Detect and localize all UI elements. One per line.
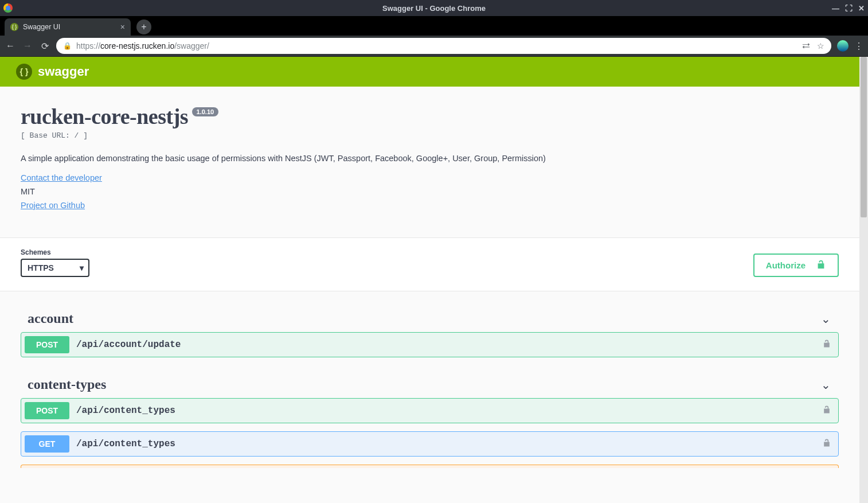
page-viewport: { } swagger rucken-core-nestjs 1.0.10 [ … <box>0 56 868 503</box>
schemes-row: Schemes HTTPS Authorize <box>0 237 859 291</box>
url-text: https://core-nestjs.rucken.io/swagger/ <box>76 41 209 50</box>
bookmark-icon[interactable]: ☆ <box>817 41 824 50</box>
nav-reload-icon[interactable]: ⟳ <box>39 41 50 52</box>
authorize-button[interactable]: Authorize <box>753 254 839 277</box>
swagger-favicon-icon: { } <box>10 23 18 31</box>
translate-icon[interactable]: ⮂ <box>802 41 810 50</box>
swagger-brand: swagger <box>38 64 89 79</box>
tag-name: content-types <box>28 377 106 392</box>
base-url-label: [ Base URL: / ] <box>21 131 839 140</box>
http-method-badge: GET <box>25 435 69 453</box>
api-description: A simple application demonstrating the b… <box>21 154 839 163</box>
operation-row-partial[interactable] <box>21 465 839 468</box>
window-minimize-icon[interactable]: — <box>832 4 839 13</box>
close-tab-icon[interactable]: × <box>120 23 125 31</box>
nav-forward-icon[interactable]: → <box>22 41 33 51</box>
os-window-titlebar: Swagger UI - Google Chrome — ⛶ ✕ <box>0 0 868 16</box>
tag-name: account <box>28 311 73 326</box>
chevron-down-icon: ⌄ <box>821 378 831 392</box>
operation-path: /api/content_types <box>76 439 175 449</box>
browser-tabstrip: { } Swagger UI × + <box>0 16 868 36</box>
tag-header[interactable]: content-types ⌄ <box>21 371 839 398</box>
lock-icon <box>822 405 831 416</box>
window-maximize-icon[interactable]: ⛶ <box>845 4 853 13</box>
scheme-selected-value: HTTPS <box>28 263 54 272</box>
unlock-icon <box>816 259 826 271</box>
browser-toolbar: ← → ⟳ 🔒 https://core-nestjs.rucken.io/sw… <box>0 36 868 56</box>
scheme-select[interactable]: HTTPS <box>21 259 89 277</box>
operation-row[interactable]: POST /api/account/update <box>21 332 839 357</box>
tag-header[interactable]: account ⌄ <box>21 305 839 332</box>
chrome-menu-icon[interactable]: ⋮ <box>854 41 863 52</box>
new-tab-button[interactable]: + <box>136 20 151 34</box>
operation-path: /api/account/update <box>76 340 181 350</box>
address-bar[interactable]: 🔒 https://core-nestjs.rucken.io/swagger/… <box>56 38 831 54</box>
lock-icon <box>822 438 831 450</box>
project-link[interactable]: Project on Github <box>21 201 85 210</box>
tag-section-account: account ⌄ POST /api/account/update <box>21 305 839 357</box>
http-method-badge: POST <box>25 402 69 419</box>
window-close-icon[interactable]: ✕ <box>858 4 865 13</box>
profile-avatar[interactable] <box>837 40 849 52</box>
authorize-label: Authorize <box>766 260 806 270</box>
swagger-logo-icon: { } <box>16 64 32 80</box>
window-title: Swagger UI - Google Chrome <box>382 4 486 13</box>
license-text: MIT <box>21 187 839 196</box>
tag-section-content-types: content-types ⌄ POST /api/content_types … <box>21 371 839 468</box>
swagger-topbar: { } swagger <box>0 57 859 87</box>
vertical-scrollbar[interactable] <box>859 57 868 503</box>
contact-link[interactable]: Contact the developer <box>21 173 102 182</box>
chrome-logo-icon <box>3 3 13 13</box>
operation-row[interactable]: POST /api/content_types <box>21 398 839 423</box>
http-method-badge: POST <box>25 336 69 353</box>
schemes-label: Schemes <box>21 248 89 256</box>
version-badge: 1.0.10 <box>192 107 219 116</box>
operation-path: /api/content_types <box>76 405 175 416</box>
operation-row[interactable]: GET /api/content_types <box>21 431 839 457</box>
lock-icon <box>822 339 831 350</box>
nav-back-icon[interactable]: ← <box>5 41 16 51</box>
lock-icon: 🔒 <box>63 42 72 50</box>
tab-title: Swagger UI <box>23 23 60 31</box>
browser-tab[interactable]: { } Swagger UI × <box>5 18 131 36</box>
chevron-down-icon: ⌄ <box>821 312 831 326</box>
api-title: rucken-core-nestjs <box>21 104 188 128</box>
scrollbar-thumb[interactable] <box>861 57 867 217</box>
